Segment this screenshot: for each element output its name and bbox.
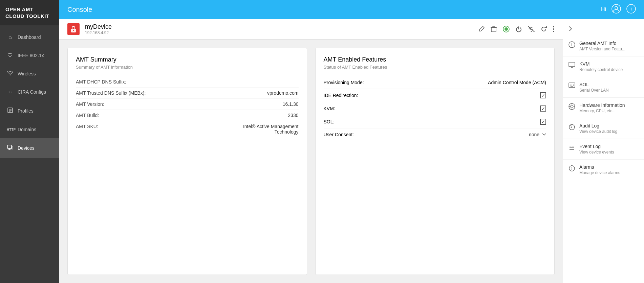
svg-rect-23 <box>569 83 575 88</box>
amt-build-label: AMT Build: <box>76 113 99 118</box>
amt-sku-row: AMT SKU: Intel® Active Management Techno… <box>76 121 299 137</box>
topbar: Console Hi i <box>59 0 644 19</box>
amt-sku-label: AMT SKU: <box>76 124 98 135</box>
svg-point-18 <box>553 28 554 30</box>
topbar-actions: Hi i <box>601 4 636 15</box>
sidebar-nav: ⌂ Dashboard 🛡 IEEE 802.1x Wireless ↔ CIR… <box>0 28 59 158</box>
amt-summary-card: AMT Summary Summary of AMT information A… <box>67 48 307 275</box>
amt-sku-value: Intel® Active Management Technology <box>243 124 299 135</box>
sidebar-item-ieee[interactable]: 🛡 IEEE 802.1x <box>0 46 59 65</box>
right-menu-hardware-sub: Memory, CPU, etc... <box>579 109 625 113</box>
svg-point-32 <box>571 105 573 108</box>
alarms-icon <box>568 165 575 173</box>
app-logo: OPEN AMT CLOUD TOOLKIT <box>0 0 59 25</box>
user-consent-select[interactable]: none <box>529 132 546 137</box>
sidebar-item-dashboard[interactable]: ⌂ Dashboard <box>0 28 59 46</box>
device-ip: 192.168.4.92 <box>85 30 473 35</box>
hardware-icon <box>568 103 575 112</box>
power-on-button[interactable] <box>502 25 510 33</box>
main-content: AMT Summary Summary of AMT information A… <box>59 40 563 283</box>
right-menu-general-sub: AMT Version and Featu... <box>579 47 625 51</box>
amt-features-card: AMT Enabled Features Status of AMT Enabl… <box>315 48 555 275</box>
svg-point-9 <box>615 6 618 9</box>
svg-rect-22 <box>569 62 575 67</box>
provisioning-value: Admin Control Mode (ACM) <box>488 80 546 85</box>
sidebar-item-domains[interactable]: HTTP Domains <box>0 121 59 138</box>
info-circle-icon: i <box>568 41 575 50</box>
audit-log-icon <box>568 124 575 132</box>
wifi-off-button[interactable] <box>528 26 535 32</box>
sidebar-item-devices[interactable]: Devices <box>0 138 59 158</box>
right-menu-hardware[interactable]: Hardware Information Memory, CPU, etc... <box>563 98 644 118</box>
sol-row: SOL: ✓ <box>324 115 546 128</box>
delete-button[interactable] <box>490 26 497 32</box>
right-menu-alarms-text: Alarms Manage device alarms <box>579 164 620 175</box>
right-menu-general-amt[interactable]: i General AMT Info AMT Version and Featu… <box>563 36 644 56</box>
power-button[interactable] <box>515 26 522 32</box>
svg-point-38 <box>572 169 572 170</box>
right-menu-alarms-label: Alarms <box>579 164 620 170</box>
event-log-icon <box>568 144 575 153</box>
ide-checkbox[interactable]: ✓ <box>540 92 546 98</box>
user-icon[interactable] <box>611 4 621 15</box>
right-menu-kvm-sub: Remotely control device <box>579 67 623 72</box>
kvm-feature-label: KVM: <box>324 106 335 111</box>
device-info: myDevice 192.168.4.92 <box>85 23 473 35</box>
right-menu-event-label: Event Log <box>579 144 614 149</box>
sidebar-item-wireless[interactable]: Wireless <box>0 65 59 83</box>
right-menu-event-log[interactable]: Event Log View device events <box>563 139 644 160</box>
edit-button[interactable] <box>478 26 485 32</box>
device-name: myDevice <box>85 23 473 30</box>
amt-version-row: AMT Version: 16.1.30 <box>76 99 299 110</box>
info-icon[interactable]: i <box>626 4 636 15</box>
wireless-icon <box>7 71 14 77</box>
right-menu-kvm-label: KVM <box>579 61 623 67</box>
kvm-checkbox[interactable]: ✓ <box>540 105 546 112</box>
provisioning-label: Provisioning Mode: <box>324 80 364 85</box>
right-menu-alarms[interactable]: Alarms Manage device alarms <box>563 160 644 180</box>
right-menu-audit-text: Audit Log View device audit log <box>579 123 618 134</box>
amt-dns-label: AMT Trusted DNS Suffix (MEBx): <box>76 90 146 96</box>
right-sidebar: i General AMT Info AMT Version and Featu… <box>563 19 644 283</box>
amt-dhcp-row: AMT DHCP DNS Suffix: <box>76 76 299 88</box>
user-consent-row: User Consent: none <box>324 128 546 141</box>
right-menu-general-text: General AMT Info AMT Version and Featu..… <box>579 41 625 51</box>
greeting-text: Hi <box>601 6 606 13</box>
right-menu-alarms-sub: Manage device alarms <box>579 170 620 175</box>
sidebar-item-cira[interactable]: ↔ CIRA Configs <box>0 83 59 101</box>
amt-build-value: 2330 <box>288 113 298 118</box>
right-menu-sol[interactable]: SOL Serial Over LAN <box>563 77 644 98</box>
sidebar-item-profiles[interactable]: Profiles <box>0 101 59 121</box>
shield-icon: 🛡 <box>7 52 14 58</box>
amt-build-row: AMT Build: 2330 <box>76 110 299 121</box>
ide-row: IDE Redirection: ✓ <box>324 89 546 102</box>
right-menu-event-sub: View device events <box>579 150 614 155</box>
cira-icon: ↔ <box>7 89 14 95</box>
refresh-button[interactable] <box>540 26 547 32</box>
amt-features-subtitle: Status of AMT Enabled Features <box>324 65 546 70</box>
http-icon: HTTP <box>7 128 14 132</box>
device-lock-icon <box>67 23 80 35</box>
collapse-button[interactable] <box>563 22 644 36</box>
amt-version-value: 16.1.30 <box>283 101 299 107</box>
sol-checkbox[interactable]: ✓ <box>540 119 546 125</box>
amt-summary-subtitle: Summary of AMT information <box>76 65 299 70</box>
sol-label: SOL: <box>324 119 335 124</box>
right-menu-event-text: Event Log View device events <box>579 144 614 155</box>
content-area: myDevice 192.168.4.92 <box>59 19 644 283</box>
right-menu-general-label: General AMT Info <box>579 41 625 46</box>
right-menu-audit-label: Audit Log <box>579 123 618 128</box>
ide-label: IDE Redirection: <box>324 93 358 98</box>
amt-dns-value: vprodemo.com <box>267 90 299 96</box>
right-menu-kvm[interactable]: KVM Remotely control device <box>563 56 644 77</box>
amt-dhcp-label: AMT DHCP DNS Suffix: <box>76 79 126 85</box>
right-menu-hardware-text: Hardware Information Memory, CPU, etc... <box>579 102 625 113</box>
device-header: myDevice 192.168.4.92 <box>59 19 563 40</box>
svg-rect-7 <box>12 147 13 149</box>
right-menu-audit-sub: View device audit log <box>579 129 618 134</box>
right-menu-audit-log[interactable]: Audit Log View device audit log <box>563 118 644 139</box>
monitor-icon <box>568 62 575 70</box>
amt-version-label: AMT Version: <box>76 101 104 107</box>
svg-rect-4 <box>7 145 12 148</box>
more-button[interactable] <box>553 26 555 32</box>
